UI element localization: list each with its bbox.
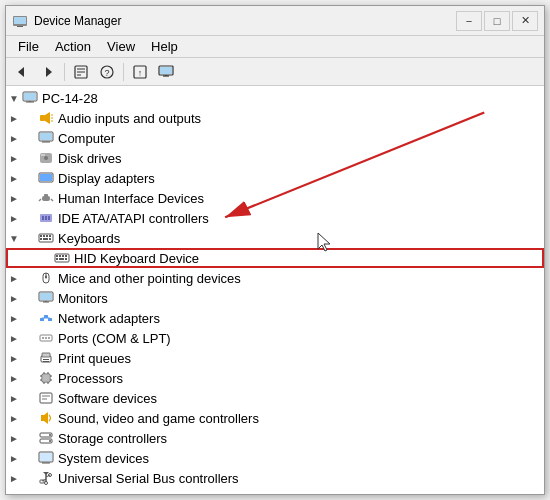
toggle-ide[interactable]: ► xyxy=(6,208,22,228)
toggle-display[interactable]: ► xyxy=(6,168,22,188)
list-item[interactable]: ► Processors xyxy=(6,368,544,388)
toggle-storage[interactable]: ► xyxy=(6,428,22,448)
toggle-hid[interactable]: ► xyxy=(6,188,22,208)
keyboard-icon xyxy=(38,230,54,246)
storage-icon xyxy=(38,430,54,446)
usb-label: Universal Serial Bus controllers xyxy=(58,471,239,486)
list-item[interactable]: ► Universal Serial Bus controllers xyxy=(6,468,544,488)
properties-icon xyxy=(73,64,89,80)
hid-label: Human Interface Devices xyxy=(58,191,204,206)
svg-rect-53 xyxy=(59,255,61,257)
toolbar-monitor-button[interactable] xyxy=(154,61,178,83)
toggle-network[interactable]: ► xyxy=(6,308,22,328)
device-manager-window: Device Manager − □ ✕ File Action View He… xyxy=(5,5,545,495)
toggle-software[interactable]: ► xyxy=(6,388,22,408)
svg-rect-63 xyxy=(40,293,52,300)
menu-view[interactable]: View xyxy=(99,37,143,56)
tree-root[interactable]: ▼ PC-14-28 xyxy=(6,88,544,108)
ports-label: Ports (COM & LPT) xyxy=(58,331,171,346)
toggle-sound[interactable]: ► xyxy=(6,408,22,428)
svg-rect-79 xyxy=(43,361,49,362)
list-item[interactable]: ► Network adapters xyxy=(6,308,544,328)
toggle-print[interactable]: ► xyxy=(6,348,22,368)
list-item[interactable]: ► Human Interface Devices xyxy=(6,188,544,208)
svg-rect-2 xyxy=(16,25,24,26)
list-item[interactable]: ► Mice and other pointing devices xyxy=(6,268,544,288)
svg-rect-48 xyxy=(40,238,42,240)
list-item[interactable]: ► Print queues xyxy=(6,348,544,368)
svg-line-37 xyxy=(39,199,41,201)
toggle-usb[interactable]: ► xyxy=(6,468,22,488)
list-item[interactable]: ► Storage controllers xyxy=(6,428,544,448)
list-item[interactable]: ► Ports (COM & LPT) xyxy=(6,328,544,348)
toolbar-update-button[interactable]: ↑ xyxy=(128,61,152,83)
network-label: Network adapters xyxy=(58,311,160,326)
svg-rect-3 xyxy=(17,26,23,27)
menu-action[interactable]: Action xyxy=(47,37,99,56)
hid-keyboard-device-item[interactable]: ► HID Keyboard Device xyxy=(6,248,544,268)
monitors-icon xyxy=(38,290,54,306)
update-icon: ↑ xyxy=(132,64,148,80)
toggle-ports[interactable]: ► xyxy=(6,328,22,348)
list-item[interactable]: ► System devices xyxy=(6,448,544,468)
svg-point-61 xyxy=(45,276,47,279)
list-item[interactable]: ► Display adapters xyxy=(6,168,544,188)
toolbar-help-button[interactable]: ? xyxy=(95,61,119,83)
ide-label: IDE ATA/ATAPI controllers xyxy=(58,211,209,226)
title-bar-controls: − □ ✕ xyxy=(456,11,538,31)
svg-rect-1 xyxy=(14,17,26,24)
software-label: Software devices xyxy=(58,391,157,406)
toolbar-separator-2 xyxy=(123,63,124,81)
svg-rect-81 xyxy=(43,375,49,381)
list-item[interactable]: ► Audio inputs and outputs xyxy=(6,108,544,128)
svg-rect-15 xyxy=(160,67,172,74)
svg-point-96 xyxy=(49,434,51,436)
list-item[interactable]: ► Sound, video and game controllers xyxy=(6,408,544,428)
keyboards-item[interactable]: ▼ Keyboards xyxy=(6,228,544,248)
computer-icon xyxy=(22,90,38,106)
minimize-button[interactable]: − xyxy=(456,11,482,31)
maximize-button[interactable]: □ xyxy=(484,11,510,31)
svg-text:↑: ↑ xyxy=(138,68,143,78)
ide-icon xyxy=(38,210,54,226)
svg-rect-28 xyxy=(40,133,52,140)
toggle-mice[interactable]: ► xyxy=(6,268,22,288)
toolbar-properties-button[interactable] xyxy=(69,61,93,83)
display-icon xyxy=(38,170,54,186)
system-icon xyxy=(38,450,54,466)
processors-label: Processors xyxy=(58,371,123,386)
toggle-disk[interactable]: ► xyxy=(6,148,22,168)
toggle-computer[interactable]: ► xyxy=(6,128,22,148)
svg-rect-45 xyxy=(43,235,45,237)
svg-rect-46 xyxy=(46,235,48,237)
svg-rect-77 xyxy=(42,353,50,357)
toggle-audio[interactable]: ► xyxy=(6,108,22,128)
sound-label: Sound, video and game controllers xyxy=(58,411,259,426)
menu-help[interactable]: Help xyxy=(143,37,186,56)
processor-icon xyxy=(38,370,54,386)
list-item[interactable]: ► Software devices xyxy=(6,388,544,408)
toolbar-back-button[interactable] xyxy=(10,61,34,83)
list-item[interactable]: ► Disk drives xyxy=(6,148,544,168)
toggle-system[interactable]: ► xyxy=(6,448,22,468)
disk-icon xyxy=(38,150,54,166)
list-item[interactable]: ► IDE ATA/ATAPI controllers xyxy=(6,208,544,228)
toolbar: ? ↑ xyxy=(6,58,544,86)
toolbar-forward-button[interactable] xyxy=(36,61,60,83)
window-icon xyxy=(12,13,28,29)
root-toggle[interactable]: ▼ xyxy=(6,88,22,108)
menu-file[interactable]: File xyxy=(10,37,47,56)
toggle-keyboards[interactable]: ▼ xyxy=(6,228,22,248)
list-item[interactable]: ► Monitors xyxy=(6,288,544,308)
svg-marker-23 xyxy=(45,112,50,124)
svg-rect-32 xyxy=(41,154,45,156)
computer-label: Computer xyxy=(58,131,115,146)
hid-keyboard-label: HID Keyboard Device xyxy=(74,251,199,266)
device-tree: ▼ PC-14-28 ► xyxy=(6,86,544,494)
toggle-processors[interactable]: ► xyxy=(6,368,22,388)
computer-icon xyxy=(38,130,54,146)
toggle-monitors[interactable]: ► xyxy=(6,288,22,308)
list-item[interactable]: ► Computer xyxy=(6,128,544,148)
toolbar-separator-1 xyxy=(64,63,65,81)
close-button[interactable]: ✕ xyxy=(512,11,538,31)
